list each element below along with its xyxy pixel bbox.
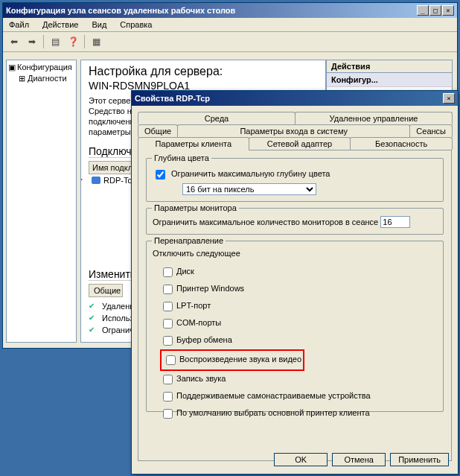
redirect-item-7[interactable]: Поддерживаемые самонастраиваемые устройс… [160, 388, 437, 405]
dialog-title: Свойства RDP-Tcp [135, 94, 443, 103]
monitor-group: Параметры монитора Ограничить максимальн… [146, 208, 444, 235]
redirect-item-1[interactable]: Принтер Windows [160, 281, 437, 298]
tree-root[interactable]: ▣Конфигурация [8, 62, 74, 73]
redirect-item-8[interactable]: По умолчанию выбрать основной принтер кл… [160, 405, 437, 422]
menu-help[interactable]: Справка [117, 19, 155, 30]
redirect-item-4[interactable]: Буфер обмена [160, 332, 437, 349]
monitor-legend: Параметры монитора [152, 203, 239, 212]
settings-heading: Настройка для сервера: [89, 65, 318, 78]
actions-header: Действия [327, 60, 452, 73]
limit-color-depth-checkbox[interactable]: Ограничить максимальную глубину цвета [153, 166, 437, 183]
tab-general[interactable]: Общие [138, 124, 178, 137]
color-depth-select[interactable]: 16 бит на пиксель [182, 183, 316, 195]
tab-network-adapter[interactable]: Сетевой адаптер [249, 137, 351, 150]
disable-following-label: Отключить следующее [153, 249, 437, 258]
cancel-button[interactable]: Отмена [332, 453, 386, 466]
redirect-item-0[interactable]: Диск [160, 264, 437, 281]
back-icon: ⬅ [6, 34, 22, 50]
toolbar-icon-1[interactable]: ▤ [47, 34, 63, 50]
menu-action[interactable]: Действие [39, 19, 81, 30]
redirect-item-5[interactable]: Воспроизведение звука и видео [163, 352, 301, 369]
actions-item[interactable]: Конфигур... [327, 73, 452, 87]
ok-button[interactable]: OK [274, 453, 328, 466]
toolbar-icon-3[interactable]: ▦ [88, 34, 104, 50]
tab-sessions[interactable]: Сеансы [409, 124, 453, 137]
color-depth-group: Глубина цвета Ограничить максимальную гл… [146, 158, 444, 202]
redirect-item-3[interactable]: COM-порты [160, 315, 437, 332]
properties-dialog: Свойства RDP-Tcp × Среда Удаленное управ… [131, 90, 459, 475]
toolbar-icon-2[interactable]: ❓ [65, 34, 81, 50]
apply-button[interactable]: Применить [390, 453, 449, 466]
tree-child[interactable]: ⊞Диагности [8, 73, 74, 84]
maximize-button[interactable]: □ [429, 5, 441, 16]
nav-tree[interactable]: ▣Конфигурация ⊞Диагности [6, 60, 77, 343]
redirect-item-6[interactable]: Запись звука [160, 371, 437, 388]
redirection-legend: Перенаправление [152, 236, 226, 245]
redirection-group: Перенаправление Отключить следующее Диск… [146, 241, 444, 412]
annotation-arrow [80, 179, 81, 180]
dialog-close-button[interactable]: × [443, 93, 455, 104]
minimize-button[interactable]: _ [417, 5, 429, 16]
general-group: Общие [89, 284, 123, 297]
menu-file[interactable]: Файл [6, 19, 32, 30]
tab-client-settings[interactable]: Параметры клиента [138, 137, 249, 150]
tab-security[interactable]: Безопасность [350, 137, 453, 150]
color-depth-legend: Глубина цвета [152, 153, 211, 162]
tab-remote-control[interactable]: Удаленное управление [295, 112, 453, 124]
main-window-title: Конфигурация узла сеансов удаленных рабо… [6, 6, 417, 15]
monitor-count-input[interactable] [380, 216, 410, 228]
redirect-item-2[interactable]: LPT-порт [160, 298, 437, 315]
highlighted-option: Воспроизведение звука и видео [160, 349, 304, 371]
menu-view[interactable]: Вид [89, 19, 109, 30]
tab-environment[interactable]: Среда [138, 112, 296, 124]
monitor-label: Ограничить максимальное количество монит… [153, 218, 378, 226]
close-button[interactable]: × [442, 5, 454, 16]
tab-logon[interactable]: Параметры входа в систему [177, 124, 410, 137]
forward-icon: ➡ [24, 34, 40, 50]
